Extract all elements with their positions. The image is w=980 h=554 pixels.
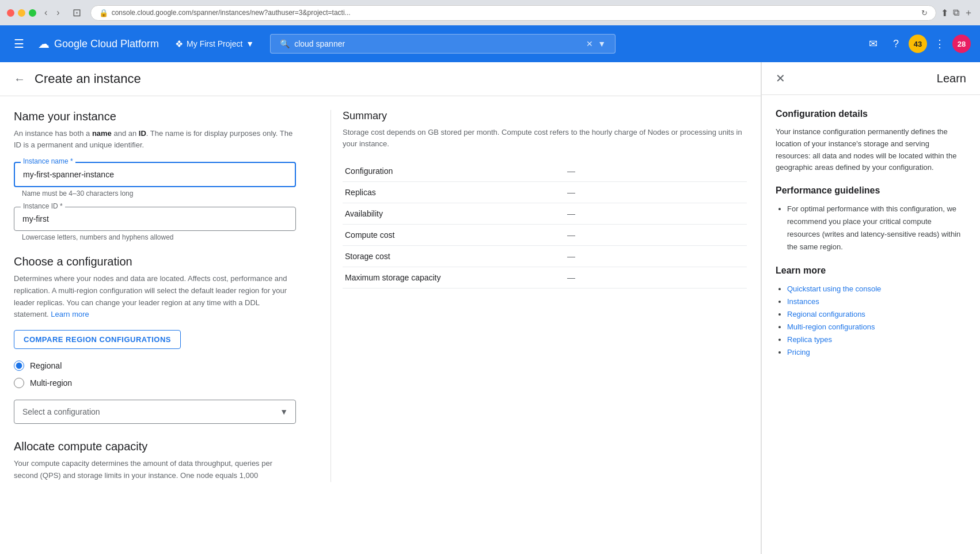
learn-more-link-3[interactable]: Multi-region configurations: [787, 322, 875, 331]
refresh-icon[interactable]: ↻: [921, 9, 928, 17]
summary-table-row: Compute cost —: [343, 225, 747, 246]
learn-more-link-5[interactable]: Pricing: [787, 348, 810, 356]
traffic-lights: [7, 9, 36, 17]
multiregion-radio-option[interactable]: Multi-region: [14, 378, 296, 388]
page-layout: ← Create an instance Name your instance …: [0, 62, 980, 554]
hamburger-icon: ☰: [14, 37, 24, 50]
search-input[interactable]: [294, 39, 582, 48]
header-actions: ✉ ? 43 ⋮ 28: [863, 33, 971, 54]
left-form: Name your instance An instance has both …: [14, 110, 319, 482]
minimize-traffic-light[interactable]: [18, 9, 25, 17]
config-select[interactable]: Select a configuration nam4 (Northern Vi…: [14, 400, 296, 424]
extensions-button[interactable]: ⧉: [953, 7, 959, 18]
fullscreen-traffic-light[interactable]: [29, 9, 36, 17]
browser-actions: ⬆ ⧉ ＋: [941, 7, 973, 19]
learn-more-link-2[interactable]: Regional configurations: [787, 310, 865, 318]
name-section-title: Name your instance: [14, 110, 296, 123]
multiregion-radio-input[interactable]: [14, 378, 24, 388]
back-nav-button[interactable]: ‹: [41, 6, 51, 19]
sidebar-toggle-button[interactable]: ⊡: [68, 5, 86, 20]
summary-table-row: Maximum storage capacity —: [343, 267, 747, 289]
page-title: Create an instance: [35, 71, 141, 86]
hamburger-menu[interactable]: ☰: [9, 32, 29, 55]
instance-name-hint: Name must be 4–30 characters long: [14, 189, 296, 198]
summary-value-0: —: [565, 161, 747, 182]
summary-title: Summary: [343, 110, 747, 122]
summary-value-5: —: [565, 267, 747, 289]
summary-value-4: —: [565, 246, 747, 267]
back-button[interactable]: ←: [14, 73, 25, 86]
learn-more-link-0[interactable]: Quickstart using the console: [787, 284, 881, 293]
content-wrapper: Name your instance An instance has both …: [0, 96, 761, 496]
config-learn-more-link[interactable]: Learn more: [51, 310, 89, 318]
avatar[interactable]: 28: [952, 35, 971, 53]
nav-buttons: ‹ ›: [41, 6, 63, 19]
regional-radio-label: Regional: [30, 361, 62, 370]
learn-more-link-item-0: Quickstart using the console: [787, 283, 966, 295]
summary-table-row: Replicas —: [343, 182, 747, 203]
learn-more-title: Learn more: [776, 265, 966, 276]
mail-button[interactable]: ✉: [863, 33, 883, 54]
summary-desc: Storage cost depends on GB stored per mo…: [343, 127, 747, 149]
regional-radio-option[interactable]: Regional: [14, 361, 296, 371]
instance-id-input[interactable]: [14, 207, 296, 231]
learn-close-button[interactable]: ✕: [776, 71, 785, 85]
summary-label-1: Replicas: [343, 182, 565, 203]
gcp-logo-icon: ☁: [38, 37, 50, 51]
more-options-button[interactable]: ⋮: [929, 33, 950, 54]
perf-guidelines-title: Performance guidelines: [776, 185, 966, 196]
notification-badge[interactable]: 43: [909, 35, 927, 53]
radio-group: Regional Multi-region: [14, 361, 296, 388]
learn-more-link-item-4: Replica types: [787, 333, 966, 346]
search-dropdown-icon[interactable]: ▼: [598, 39, 606, 48]
close-icon: ✕: [776, 72, 785, 85]
summary-table: Configuration — Replicas — Availability …: [343, 161, 747, 289]
perf-guidelines-list: For optimal performance with this config…: [776, 203, 966, 253]
forward-nav-button[interactable]: ›: [53, 6, 63, 19]
instance-name-field: Instance name Name must be 4–30 characte…: [14, 162, 296, 198]
config-details-title: Configuration details: [776, 109, 966, 119]
close-traffic-light[interactable]: [7, 9, 14, 17]
learn-more-link-1[interactable]: Instances: [787, 297, 819, 306]
summary-label-5: Maximum storage capacity: [343, 267, 565, 289]
instance-name-input[interactable]: [14, 162, 296, 187]
learn-title: Learn: [937, 72, 966, 85]
summary-table-row: Availability —: [343, 203, 747, 225]
instance-name-label: Instance name: [21, 157, 75, 165]
summary-label-3: Compute cost: [343, 225, 565, 246]
learn-header: ✕ Learn: [762, 62, 980, 95]
project-selector[interactable]: ❖ My First Project ▼: [168, 35, 261, 53]
learn-more-link-4[interactable]: Replica types: [787, 335, 832, 344]
instance-id-label: Instance ID: [21, 202, 65, 210]
project-dropdown-icon: ▼: [246, 39, 254, 48]
learn-panel: ✕ Learn Configuration details Your insta…: [761, 62, 980, 554]
search-icon: 🔍: [280, 39, 290, 48]
multiregion-radio-label: Multi-region: [30, 378, 72, 388]
summary-value-1: —: [565, 182, 747, 203]
search-clear-icon[interactable]: ✕: [586, 39, 593, 48]
search-bar[interactable]: 🔍 ✕ ▼: [270, 34, 616, 54]
main-content: ← Create an instance Name your instance …: [0, 62, 761, 554]
allocate-section-title: Allocate compute capacity: [14, 440, 296, 453]
learn-more-link-item-1: Instances: [787, 295, 966, 308]
project-name: My First Project: [187, 39, 242, 48]
share-button[interactable]: ⬆: [941, 7, 948, 18]
config-section-desc: Determines where your nodes and data are…: [14, 273, 296, 321]
compare-regions-button[interactable]: COMPARE REGION CONFIGURATIONS: [14, 330, 181, 349]
url-bar[interactable]: 🔒 console.cloud.google.com/spanner/insta…: [90, 5, 936, 21]
learn-content: Configuration details Your instance conf…: [762, 95, 980, 384]
security-icon: 🔒: [99, 9, 108, 17]
summary-value-3: —: [565, 225, 747, 246]
summary-label-4: Storage cost: [343, 246, 565, 267]
project-icon: ❖: [175, 39, 183, 50]
learn-more-link-item-2: Regional configurations: [787, 308, 966, 321]
config-section-title: Choose a configuration: [14, 255, 296, 268]
learn-more-list: Quickstart using the consoleInstancesReg…: [776, 283, 966, 359]
help-button[interactable]: ?: [886, 33, 906, 54]
name-section-desc: An instance has both a name and an ID. T…: [14, 128, 296, 150]
new-tab-button[interactable]: ＋: [964, 7, 973, 19]
url-text: console.cloud.google.com/spanner/instanc…: [112, 9, 918, 17]
perf-guideline-item-1: For optimal performance with this config…: [787, 203, 966, 253]
regional-radio-input[interactable]: [14, 361, 24, 371]
config-select-wrapper: Select a configuration nam4 (Northern Vi…: [14, 400, 296, 424]
